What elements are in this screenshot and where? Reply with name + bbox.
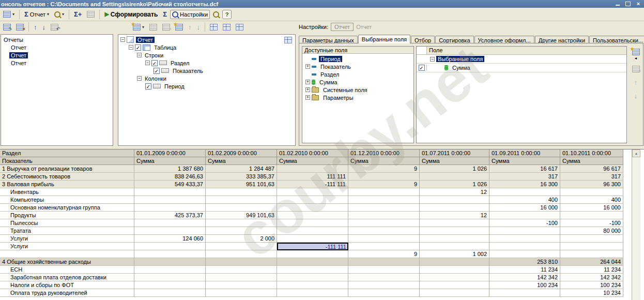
value-cell[interactable] [277, 219, 348, 227]
value-cell[interactable] [206, 266, 277, 274]
value-cell[interactable] [348, 274, 420, 281]
value-cell[interactable]: 317 [489, 173, 560, 181]
date-column-header[interactable]: 01.02.2009 0:00:00 [206, 149, 277, 157]
totals-button[interactable]: Σ [161, 10, 169, 19]
value-cell[interactable] [560, 235, 623, 243]
value-cell[interactable] [489, 289, 560, 297]
row-label-cell[interactable]: 2 Себестоимость товаров [0, 173, 134, 181]
value-cell[interactable]: 10 234 [560, 289, 623, 297]
value-cell[interactable]: 100 234 [560, 281, 623, 289]
field-move-up-button[interactable]: ↑ [632, 78, 640, 87]
value-cell[interactable] [420, 235, 489, 243]
value-cell[interactable]: 16 000 [560, 204, 623, 212]
value-cell[interactable] [420, 173, 489, 181]
value-cell[interactable] [134, 250, 206, 258]
structure-tree-item[interactable]: −Отчет [119, 36, 295, 43]
row-label-cell[interactable]: Инвентарь [0, 188, 134, 196]
available-field-item[interactable]: Период [303, 55, 413, 63]
value-cell[interactable] [348, 212, 420, 219]
value-cell[interactable] [206, 289, 277, 297]
value-cell[interactable] [277, 188, 348, 196]
value-cell[interactable]: 253 810 [489, 258, 560, 266]
value-cell[interactable]: 400 [489, 196, 560, 204]
value-cell[interactable] [348, 173, 420, 181]
expander-icon[interactable]: + [305, 87, 310, 92]
tab-5[interactable]: Условное оформл... [474, 36, 534, 43]
expander-icon[interactable]: − [137, 53, 142, 57]
value-cell[interactable] [277, 281, 348, 289]
field-checkbox[interactable]: ✓ [419, 65, 425, 71]
value-cell[interactable]: 80 000 [560, 227, 623, 235]
value-cell[interactable]: 264 044 [560, 258, 623, 266]
tab-2[interactable]: Выбранные поля [358, 35, 410, 43]
value-cell[interactable]: 1 026 [420, 165, 489, 173]
date-column-header[interactable]: 01.10.2011 0:00:00 [560, 149, 623, 157]
structure-move-down-button[interactable]: ↓ [195, 22, 203, 32]
expander-icon[interactable]: + [305, 80, 310, 84]
delete-report-button[interactable]: × [14, 22, 26, 32]
item-checkbox[interactable]: ✓ [151, 60, 158, 66]
value-cell[interactable] [277, 250, 348, 258]
value-cell[interactable] [560, 212, 623, 219]
value-cell[interactable]: 9 [348, 250, 420, 258]
value-cell[interactable] [420, 281, 489, 289]
item-checkbox[interactable]: ✓ [154, 68, 160, 74]
value-cell[interactable] [206, 281, 277, 289]
date-column-header[interactable]: 01.12.2010 0:00:00 [348, 149, 420, 157]
add-structure-item-button[interactable]: ★ ▾ [131, 22, 146, 32]
date-column-header[interactable]: 01.09.2011 0:00:00 [489, 149, 560, 157]
value-cell[interactable] [206, 196, 277, 204]
expander-icon[interactable]: + [305, 95, 310, 100]
settings-variant-link[interactable]: Отчет [356, 24, 372, 30]
row-label-cell[interactable]: 4 Общие хозяйственные расходы [0, 258, 134, 266]
value-cell[interactable]: 1 284 487 [206, 165, 277, 173]
value-cell[interactable]: 16 617 [489, 165, 560, 173]
value-cell[interactable] [134, 204, 206, 212]
value-cell[interactable] [277, 266, 348, 274]
value-cell[interactable] [206, 243, 277, 250]
expander-icon[interactable]: − [145, 61, 150, 65]
selected-field-row[interactable]: ✓ Сумма [417, 64, 626, 72]
structure-tree-item[interactable]: −✓Таблица [119, 43, 295, 51]
column-header[interactable]: Показатель [0, 157, 134, 165]
value-cell[interactable] [134, 188, 206, 196]
value-cell[interactable] [420, 289, 489, 297]
minimize-button[interactable] [614, 1, 621, 7]
row-label-cell[interactable]: Пылесосы [0, 219, 134, 227]
row-label-cell[interactable]: Продукты [0, 212, 134, 219]
save-settings-button[interactable] [211, 10, 221, 19]
value-cell[interactable]: 1 387 680 [134, 165, 206, 173]
row-label-cell[interactable]: Услуги [0, 243, 134, 250]
change-structure-item-button[interactable] [147, 22, 159, 32]
value-cell[interactable] [134, 258, 206, 266]
settings-toggle-button[interactable]: Настройки [170, 10, 210, 19]
value-cell[interactable]: 96 617 [560, 165, 623, 173]
value-cell[interactable] [420, 227, 489, 235]
restore-button[interactable] [624, 1, 632, 7]
value-cell[interactable] [420, 219, 489, 227]
new-report-button[interactable]: ▾ [1, 10, 17, 19]
value-cell[interactable] [134, 219, 206, 227]
settings-variant-button[interactable]: Отчет [331, 23, 354, 31]
value-cell[interactable] [420, 196, 489, 204]
sum-column-header[interactable]: Сумма [420, 157, 489, 165]
sum-column-header[interactable]: Сумма [348, 157, 420, 165]
value-cell[interactable] [348, 258, 420, 266]
value-cell[interactable] [348, 196, 420, 204]
value-cell[interactable] [348, 243, 420, 250]
expander-icon[interactable]: − [129, 45, 133, 50]
value-cell[interactable]: 951 101,63 [206, 181, 277, 188]
value-cell[interactable]: 9 [348, 181, 420, 188]
tab-6[interactable]: Другие настройки [535, 36, 589, 43]
selected-fields-root-row[interactable]: − Выбранные поля [417, 55, 626, 64]
value-cell[interactable] [348, 219, 420, 227]
value-cell[interactable] [560, 250, 623, 258]
value-cell[interactable]: 12 [420, 188, 489, 196]
value-cell[interactable]: 111 111 [277, 173, 348, 181]
value-cell[interactable]: 96 300 [560, 181, 623, 188]
move-down-button[interactable]: ↓ [40, 22, 48, 32]
value-cell[interactable] [134, 243, 206, 250]
value-cell[interactable]: 142 342 [489, 274, 560, 281]
tab-4[interactable]: Сортировка [435, 36, 473, 43]
load-variant-button[interactable] [221, 22, 233, 32]
